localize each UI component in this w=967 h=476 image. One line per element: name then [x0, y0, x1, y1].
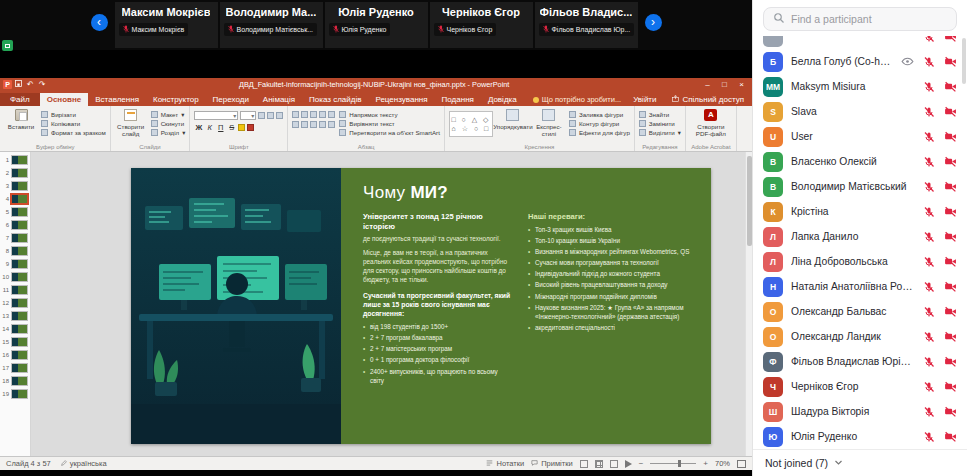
zoom-slider[interactable]	[650, 463, 696, 464]
slide-thumbnail[interactable]: 16	[2, 349, 28, 361]
slide-thumbnail[interactable]: 13	[2, 310, 28, 322]
participant-row[interactable]: S Slava	[753, 99, 967, 124]
shape-outline-button[interactable]: Контур фігури	[569, 120, 630, 127]
justify-icon[interactable]	[319, 121, 326, 128]
shape-effects-button[interactable]: Ефекти для фігур	[569, 129, 630, 136]
participant-row[interactable]: В Володимир Матієвський	[753, 174, 967, 199]
tab-home[interactable]: Основне	[40, 93, 89, 106]
canvas-scrollbar[interactable]	[745, 152, 752, 456]
quick-styles-button[interactable]: Експрес-стилі	[533, 108, 565, 137]
next-videos-button[interactable]: ›	[645, 14, 662, 31]
video-off-icon[interactable]	[944, 255, 957, 268]
bold-button[interactable]: Ж	[194, 123, 203, 132]
mic-off-icon[interactable]	[923, 356, 935, 368]
slide-thumbnail[interactable]: 10	[2, 271, 28, 283]
mic-off-icon[interactable]	[923, 231, 935, 243]
participant-row[interactable]: Л Лапка Данило	[753, 224, 967, 249]
language-indicator[interactable]: українська	[61, 459, 107, 468]
mic-off-icon[interactable]	[923, 256, 935, 268]
video-off-icon[interactable]	[944, 405, 957, 418]
not-joined-section[interactable]: Not joined (7)	[753, 449, 967, 476]
mic-off-icon[interactable]	[923, 206, 935, 218]
tab-slideshow[interactable]: Показ слайдів	[302, 93, 368, 106]
zoom-slider-thumb[interactable]	[678, 460, 681, 467]
layout-button[interactable]: Макет▾	[151, 111, 186, 118]
convert-smartart-button[interactable]: Перетворити на об'єкт SmartArt	[339, 129, 440, 136]
video-off-icon[interactable]	[944, 430, 957, 443]
video-off-icon[interactable]	[944, 230, 957, 243]
video-off-icon[interactable]	[944, 205, 957, 218]
mic-off-icon[interactable]	[923, 106, 935, 118]
numbering-icon[interactable]	[301, 111, 308, 118]
mic-off-icon[interactable]	[923, 156, 935, 168]
notes-button[interactable]: Нотатки	[486, 459, 524, 468]
reset-button[interactable]: Скинути	[151, 120, 186, 127]
shapes-gallery[interactable]: □ ○ △ ◇ ⌂ ☆ ○ □	[449, 111, 493, 137]
tab-insert[interactable]: Вставлення	[88, 93, 146, 106]
slide-thumbnail[interactable]: 9	[2, 258, 28, 270]
decrease-font-icon[interactable]	[267, 112, 274, 119]
participant-row[interactable]: Ф Фільов Владислав Юрійович	[753, 349, 967, 374]
align-right-icon[interactable]	[310, 121, 317, 128]
slide-sorter-view-button[interactable]	[595, 460, 603, 468]
slide-thumbnail[interactable]: 19	[2, 388, 28, 400]
slide-thumbnail[interactable]: 3	[2, 180, 28, 192]
undo-icon[interactable]: ↶	[27, 81, 34, 89]
line-spacing-icon[interactable]	[328, 111, 335, 118]
mic-off-icon[interactable]	[923, 406, 935, 418]
mic-off-icon[interactable]	[923, 36, 935, 43]
video-off-icon[interactable]	[944, 380, 957, 393]
video-tile[interactable]: Юлія Руденко Юлія Руденко	[325, 2, 428, 48]
zoom-level[interactable]: 70%	[715, 459, 730, 468]
format-painter-button[interactable]: Формат за зразком	[41, 129, 106, 136]
participant-row[interactable]: Б Белла Голуб (Co-host)	[753, 49, 967, 74]
tab-review[interactable]: Рецензування	[368, 93, 434, 106]
participant-row[interactable]: Ю Юлія Руденко	[753, 424, 967, 449]
slide-thumbnail[interactable]: 7	[2, 232, 28, 244]
align-left-icon[interactable]	[292, 121, 299, 128]
bullets-icon[interactable]	[292, 111, 299, 118]
video-tile[interactable]: Фільов Владис... Фільов Владислав Юр...	[535, 2, 638, 48]
video-tile[interactable]: Черніков Єгор Черніков Єгор	[430, 2, 533, 48]
align-center-icon[interactable]	[301, 121, 308, 128]
tell-me-box[interactable]: Що потрібно зробити...	[533, 95, 621, 106]
replace-button[interactable]: Замінити	[639, 120, 681, 127]
video-off-icon[interactable]	[944, 330, 957, 343]
fit-slide-button[interactable]	[737, 460, 746, 468]
tab-design[interactable]: Конструктор	[146, 93, 206, 106]
video-off-icon[interactable]	[944, 305, 957, 318]
slide-thumbnail[interactable]: 6	[2, 219, 28, 231]
slide-thumbnail[interactable]: 4	[2, 193, 28, 205]
video-off-icon[interactable]	[944, 155, 957, 168]
mic-off-icon[interactable]	[923, 331, 935, 343]
video-off-icon[interactable]	[944, 80, 957, 93]
reading-view-button[interactable]	[610, 460, 618, 468]
underline-button[interactable]: П	[216, 123, 225, 132]
normal-view-button[interactable]	[580, 460, 588, 468]
minimize-button[interactable]: –	[699, 80, 716, 89]
mic-off-icon[interactable]	[923, 431, 935, 443]
participant-row[interactable]: О Олександр Ландик	[753, 324, 967, 349]
restore-button[interactable]: □	[716, 80, 733, 89]
participant-row[interactable]: MM Maksym Misiura	[753, 74, 967, 99]
participant-search[interactable]	[763, 7, 957, 31]
participant-row[interactable]: U User	[753, 124, 967, 149]
video-off-icon[interactable]	[944, 280, 957, 293]
zoom-out-button[interactable]: −	[639, 459, 644, 468]
mic-off-icon[interactable]	[923, 56, 935, 68]
strikethrough-button[interactable]: S	[227, 123, 236, 132]
video-off-icon[interactable]	[944, 355, 957, 368]
increase-font-icon[interactable]	[258, 112, 265, 119]
new-slide-button[interactable]: Створити слайд	[115, 108, 147, 137]
slide-thumbnail[interactable]: 12	[2, 297, 28, 309]
slide-thumbnail[interactable]: 14	[2, 323, 28, 335]
mic-off-icon[interactable]	[923, 81, 935, 93]
slide-thumbnail[interactable]: 15	[2, 336, 28, 348]
participant-row[interactable]: О Олександр Бальвас	[753, 299, 967, 324]
video-off-icon[interactable]	[944, 180, 957, 193]
copy-button[interactable]: Копіювати	[41, 120, 106, 127]
participant-row[interactable]: Л Ліна Добровольська	[753, 249, 967, 274]
tab-animations[interactable]: Анімація	[256, 93, 302, 106]
participant-row-partial[interactable]	[753, 36, 967, 49]
participant-row[interactable]: Н Наталія Анатоліївна Рогоза	[753, 274, 967, 299]
